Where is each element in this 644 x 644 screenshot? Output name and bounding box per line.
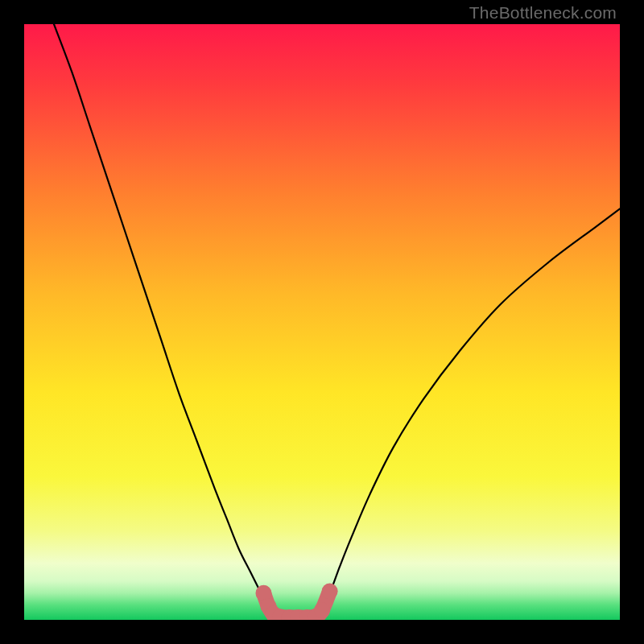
frame-right [620,0,644,644]
watermark-text: TheBottleneck.com [469,3,617,23]
chart-canvas [24,24,620,620]
marker-group [255,583,337,620]
frame-bottom [0,620,644,644]
marker-dot [314,602,330,618]
marker-dot [322,583,338,599]
plot-area [24,24,620,620]
series-left-curve [54,24,275,617]
frame-left [0,0,24,644]
curve-group [54,24,620,618]
series-right-curve [316,208,620,617]
